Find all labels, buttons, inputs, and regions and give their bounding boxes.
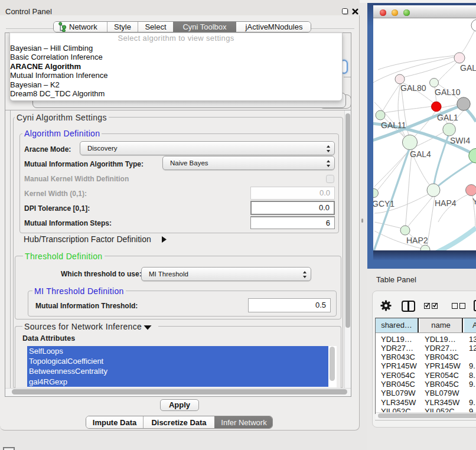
svg-text:Y: Y [472, 197, 476, 206]
svg-text:GAL1: GAL1 [437, 113, 458, 122]
svg-text:GAL11: GAL11 [381, 120, 406, 130]
svg-text:SWI4: SWI4 [450, 136, 470, 145]
svg-text:GAL80: GAL80 [400, 83, 426, 93]
svg-text:HAP4: HAP4 [435, 198, 457, 208]
svg-text:GAL10: GAL10 [435, 87, 461, 97]
svg-text:HAP2: HAP2 [406, 236, 428, 245]
svg-text:GCY1: GCY1 [373, 199, 395, 208]
svg-text:GAL80: GAL80 [460, 63, 476, 73]
svg-text:GAL4: GAL4 [410, 149, 431, 159]
